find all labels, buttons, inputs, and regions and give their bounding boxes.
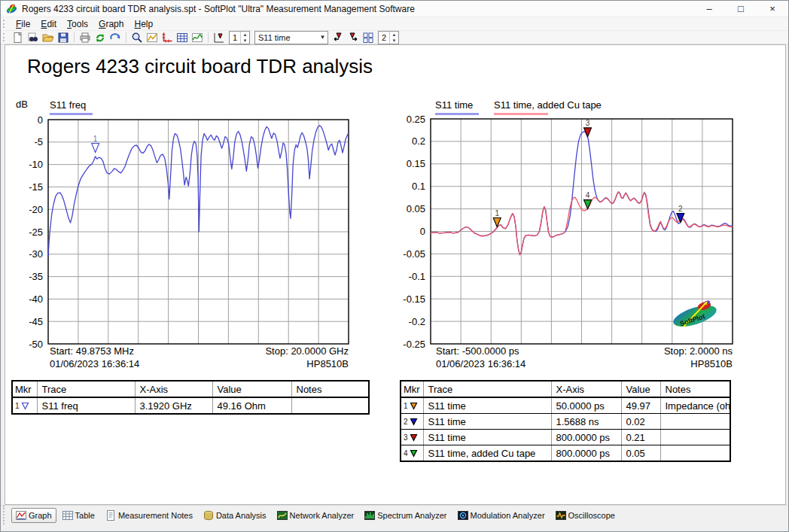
notes-cell (660, 414, 730, 430)
marker-cell: 2 (401, 414, 423, 430)
x-axis-cell: 3.1920 GHz (135, 397, 212, 414)
softplot-watermark-logo: SoftPlot (666, 297, 724, 338)
menu-file[interactable]: File (11, 18, 35, 30)
left-marker-table: MkrTraceX-AxisValueNotes 1S11 freq3.1920… (11, 380, 370, 415)
next-marker-icon[interactable] (346, 32, 360, 44)
table-grid-icon[interactable] (175, 32, 189, 44)
marker-glyph-icon (410, 402, 418, 410)
marker-2[interactable] (677, 214, 684, 223)
x-axis-cell: 800.0000 ps (551, 430, 621, 445)
svg-text:-30: -30 (29, 248, 43, 260)
trace-cell: S11 time (423, 430, 551, 445)
marker-1-label: 1 (93, 135, 98, 143)
marker-table-row[interactable]: 2S11 time1.5688 ns0.02 (401, 414, 730, 430)
marker-glyph-icon (21, 402, 29, 410)
app-logo-icon (5, 3, 17, 15)
spinner-arrows[interactable]: ▲▼ (240, 32, 249, 44)
value-cell: 49.16 Ohm (212, 397, 291, 414)
marker-table-row[interactable]: 4S11 time, added Cu tape800.0000 ps0.05 (401, 445, 730, 462)
menu-tools[interactable]: Tools (62, 18, 93, 30)
marker-view-icon[interactable] (212, 32, 226, 44)
trace-number-spinner[interactable]: 1 ▲▼ (229, 31, 250, 44)
column-header: Mkr (12, 381, 37, 397)
marker-3-label: 3 (586, 119, 590, 127)
svg-text:-0.15: -0.15 (403, 293, 425, 305)
value-cell: 0.21 (621, 430, 660, 445)
marker-cell: 3 (401, 430, 423, 445)
chevron-down-icon: ▼ (318, 34, 327, 41)
maximize-button[interactable]: □ (725, 1, 757, 17)
left-chart-timestamp: 01/06/2023 16:36:14 (50, 358, 139, 369)
app-window: Rogers 4233 circuit board TDR analysis.s… (0, 0, 789, 532)
tab-modulation-analyzer[interactable]: Modulation Analyzer (453, 508, 550, 523)
tabbar-gripper (3, 506, 8, 524)
trace-cell: S11 time (423, 414, 551, 430)
tab-oscilloscope[interactable]: Oscilloscope (551, 508, 620, 523)
svg-text:0.25: 0.25 (407, 114, 425, 125)
tab-graph[interactable]: Graph (11, 508, 56, 523)
tab-table[interactable]: Table (58, 508, 99, 523)
minimize-button[interactable]: – (693, 1, 725, 17)
svg-text:0: 0 (420, 226, 425, 237)
left-chart-start-label: Start: 49.8753 MHz (50, 345, 134, 357)
trace-icon[interactable] (190, 32, 204, 44)
svg-text:0.15: 0.15 (407, 158, 425, 169)
prev-marker-icon[interactable] (331, 32, 345, 44)
spinner-arrows[interactable]: ▲▼ (389, 32, 398, 44)
marker-number: 4 (404, 449, 408, 458)
svg-text:0.2: 0.2 (412, 135, 425, 147)
column-header: Notes (291, 381, 369, 397)
toolbar-separator (126, 32, 126, 43)
data-analysis-icon (203, 510, 214, 521)
print-icon[interactable] (78, 32, 92, 44)
find-icon[interactable] (26, 32, 40, 44)
value-cell: 49.97 (621, 397, 660, 414)
tab-data-analysis[interactable]: Data Analysis (199, 508, 271, 523)
tab-network-analyzer[interactable]: Network Analyzer (273, 508, 359, 523)
save-icon[interactable] (56, 32, 70, 44)
column-header: Value (621, 381, 660, 397)
marker-1[interactable] (92, 144, 99, 153)
tab-spectrum-analyzer[interactable]: Spectrum Analyzer (360, 508, 451, 523)
tab-label: Measurement Notes (118, 511, 193, 520)
window-title: Rogers 4233 circuit board TDR analysis.s… (22, 4, 415, 14)
trace-select-dropdown[interactable]: S11 time ▼ (254, 31, 328, 44)
column-header: Value (212, 381, 291, 397)
marker-number: 1 (404, 402, 408, 410)
toolbar-separator (208, 32, 209, 43)
menu-edit[interactable]: Edit (35, 18, 62, 30)
open-folder-icon[interactable] (41, 32, 55, 44)
svg-text:0.1: 0.1 (412, 181, 425, 192)
trace-cell: S11 time (423, 397, 551, 414)
new-file-icon[interactable] (11, 32, 25, 44)
menu-help[interactable]: Help (129, 18, 158, 30)
rotate-icon[interactable] (108, 32, 122, 44)
axes-icon[interactable] (160, 32, 174, 44)
svg-text:-0.1: -0.1 (409, 271, 425, 282)
marker-glyph-icon (410, 449, 418, 458)
oscilloscope-icon (556, 510, 566, 521)
marker-table-row[interactable]: 1S11 time50.0000 ps49.97Impedance (ohms) (401, 397, 730, 414)
marker-table-row[interactable]: 1S11 freq3.1920 GHz49.16 Ohm (12, 397, 369, 414)
marker-table-row[interactable]: 3S11 time800.0000 ps0.21 (401, 430, 730, 445)
zoom-icon[interactable] (130, 32, 144, 44)
tile-windows-icon[interactable] (361, 32, 375, 44)
graph-number-spinner[interactable]: 2 ▲▼ (378, 31, 399, 44)
column-header: Trace (37, 381, 135, 397)
toolbar-gripper (3, 33, 8, 42)
tab-measurement-notes[interactable]: Measurement Notes (101, 508, 197, 523)
svg-text:-35: -35 (29, 271, 43, 282)
tab-strip: GraphTableMeasurement NotesData Analysis… (11, 506, 620, 524)
notes-cell (291, 397, 369, 414)
toolbar: 1 ▲▼ S11 time ▼ 2 ▲▼ (1, 31, 788, 44)
svg-text:-25: -25 (29, 226, 43, 238)
svg-text:-5: -5 (34, 136, 43, 147)
graph-number-value: 2 (379, 32, 389, 44)
close-button[interactable]: × (757, 1, 788, 17)
column-header: X-Axis (551, 381, 621, 397)
refresh-icon[interactable] (93, 32, 107, 44)
left-chart-meta-labels: 01/06/2023 16:36:14 HP8510B (50, 358, 349, 369)
autoscale-icon[interactable] (145, 32, 159, 44)
right-chart-stop-label: Stop: 2.0000 ns (664, 345, 733, 357)
menu-graph[interactable]: Graph (93, 18, 129, 30)
